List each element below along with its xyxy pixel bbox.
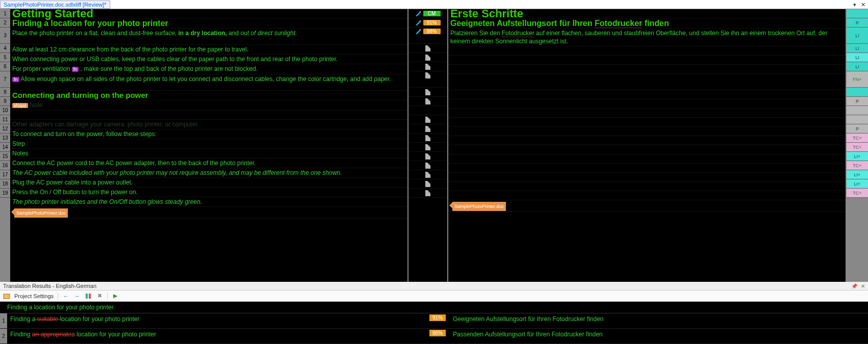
segment-status-cell[interactable] <box>409 189 447 198</box>
source-segment[interactable]: To connect and turn on the power, follow… <box>10 129 407 139</box>
source-segment[interactable]: shape Note: <box>10 100 407 111</box>
target-segment[interactable] <box>448 173 846 182</box>
target-segment[interactable]: Erste Schritte <box>448 9 846 19</box>
target-segment[interactable]: Platzieren Sie den Fotodrucker auf einer… <box>448 29 846 46</box>
row-number[interactable]: 13 <box>0 134 10 143</box>
structure-tag[interactable]: TC+ <box>847 134 868 143</box>
next-icon[interactable]: → <box>73 293 81 300</box>
source-segment[interactable]: fn Allow enough space on all sides of th… <box>10 74 407 91</box>
source-segment[interactable]: Getting Started <box>10 9 407 19</box>
target-segment[interactable] <box>448 136 846 145</box>
structure-tag[interactable] <box>847 115 868 124</box>
structure-tag[interactable] <box>847 88 868 97</box>
segment-status-cell[interactable] <box>409 62 447 71</box>
segment-status-cell[interactable] <box>409 71 447 88</box>
row-number[interactable]: 4 <box>0 44 10 53</box>
row-number[interactable]: 16 <box>0 161 10 170</box>
structure-tag[interactable]: LI+ <box>847 152 868 161</box>
source-pane[interactable]: Getting StartedFinding a location for yo… <box>10 9 409 282</box>
project-settings-link[interactable]: Project Settings <box>14 293 54 299</box>
segment-status-cell[interactable] <box>409 124 447 134</box>
target-segment[interactable]: Geeigneten Aufstellungsort für Ihren Fot… <box>448 19 846 29</box>
row-number[interactable]: 15 <box>0 152 10 161</box>
segment-status-cell[interactable]: 98% <box>409 28 447 44</box>
target-segment[interactable] <box>448 182 846 191</box>
source-segment[interactable]: Other adapters can damage your camera, p… <box>10 120 407 129</box>
row-number[interactable]: 14 <box>0 143 10 152</box>
target-segment[interactable] <box>448 74 846 90</box>
source-segment[interactable]: Place the photo printer on a flat, clean… <box>10 29 407 45</box>
structure-tag[interactable]: TC+ <box>847 143 868 152</box>
source-segment[interactable]: When connecting power or USB cables, kee… <box>10 55 407 64</box>
tm-result-row[interactable]: 2Finding an appropriatea location for yo… <box>0 329 868 344</box>
target-segment[interactable] <box>448 191 846 200</box>
row-number[interactable]: 3 <box>0 28 10 44</box>
segment-status-cell[interactable]: 91% <box>409 18 447 28</box>
source-segment[interactable]: Finding a location for your photo printe… <box>10 19 407 29</box>
target-segment[interactable] <box>448 164 846 173</box>
row-number[interactable]: 7 <box>0 71 10 88</box>
row-number[interactable]: 8 <box>0 88 10 97</box>
segment-status-cell[interactable] <box>409 134 447 143</box>
row-number[interactable]: 5 <box>0 53 10 62</box>
segment-status-cell[interactable] <box>409 44 447 53</box>
row-number[interactable]: 2 <box>0 18 10 28</box>
row-number[interactable]: 19 <box>0 189 10 198</box>
target-segment[interactable] <box>448 118 846 127</box>
row-number[interactable]: 18 <box>0 179 10 189</box>
pin-icon[interactable]: 📌 <box>851 283 857 289</box>
target-segment[interactable] <box>448 46 846 56</box>
target-segment[interactable] <box>448 56 846 65</box>
segment-status-cell[interactable] <box>409 170 447 179</box>
structure-tag[interactable]: P <box>847 97 868 106</box>
row-number[interactable]: 6 <box>0 62 10 71</box>
row-number[interactable]: 9 <box>0 97 10 106</box>
structure-tag[interactable] <box>847 9 868 18</box>
target-segment[interactable] <box>448 90 846 99</box>
segment-status-cell[interactable] <box>409 179 447 189</box>
segment-status-cell[interactable] <box>409 97 447 106</box>
segment-status-cell[interactable] <box>409 161 447 170</box>
structure-tag[interactable]: TC+ <box>847 161 868 170</box>
apply-icon[interactable] <box>85 293 92 300</box>
play-icon[interactable]: ▶ <box>112 293 119 300</box>
source-segment[interactable]: Plug the AC power cable into a power out… <box>10 178 407 188</box>
row-number[interactable]: 12 <box>0 124 10 134</box>
structure-tag[interactable]: FN+ <box>847 71 868 88</box>
source-segment[interactable]: Notes <box>10 149 407 158</box>
target-segment[interactable] <box>448 127 846 136</box>
target-segment[interactable] <box>448 154 846 164</box>
row-number[interactable]: 11 <box>0 115 10 124</box>
segment-status-cell[interactable] <box>409 152 447 161</box>
source-segment[interactable]: Connect the AC power cord to the AC powe… <box>10 158 407 168</box>
target-segment[interactable] <box>448 65 846 74</box>
structure-tag[interactable]: LI <box>847 53 868 62</box>
dropdown-icon[interactable]: ▾ <box>852 2 858 8</box>
source-segment[interactable]: For proper ventilation fn , make sure th… <box>10 64 407 74</box>
segment-status-cell[interactable] <box>409 143 447 152</box>
structure-tag[interactable] <box>847 106 868 115</box>
target-segment[interactable] <box>448 109 846 118</box>
source-segment[interactable]: The photo printer initializes and the On… <box>10 197 407 207</box>
target-segment[interactable] <box>448 99 846 109</box>
source-segment[interactable]: The AC power cable included with your ph… <box>10 168 407 178</box>
segment-status-cell[interactable]: CM <box>409 9 447 18</box>
tm-result-row[interactable]: 1Finding a suitable location for your ph… <box>0 313 868 329</box>
target-pane[interactable]: Erste SchritteGeeigneten Aufstellungsort… <box>448 9 847 282</box>
segment-status-cell[interactable] <box>409 115 447 124</box>
structure-tag[interactable]: LI <box>847 44 868 53</box>
row-number[interactable]: 10 <box>0 106 10 115</box>
structure-tag[interactable]: P <box>847 124 868 134</box>
source-segment[interactable]: Connecting and turning on the power <box>10 91 407 100</box>
source-segment[interactable]: Step <box>10 139 407 149</box>
row-number[interactable]: 1 <box>0 9 10 18</box>
structure-tag[interactable]: TC+ <box>847 189 868 198</box>
target-segment[interactable] <box>448 145 846 154</box>
structure-tag[interactable]: LI+ <box>847 170 868 179</box>
segment-status-cell[interactable] <box>409 106 447 115</box>
structure-tag[interactable]: LI <box>847 28 868 44</box>
segment-status-cell[interactable] <box>409 53 447 62</box>
structure-tag[interactable]: LI <box>847 62 868 71</box>
source-segment[interactable]: Press the On / Off button to turn the po… <box>10 188 407 197</box>
source-segment[interactable]: Allow at least 12 cm clearance from the … <box>10 45 407 55</box>
